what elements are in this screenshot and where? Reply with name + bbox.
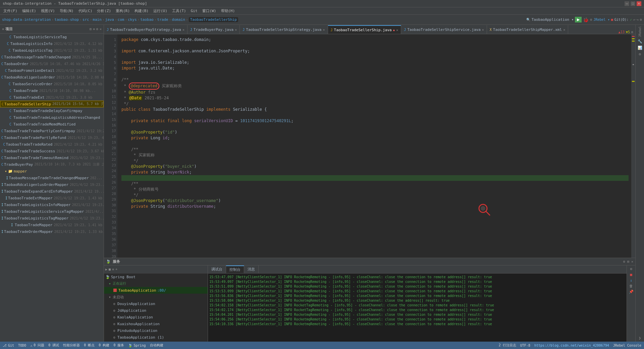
tree-item-ext-mapper[interactable]: I TaobaoTradeExtMapper 2021/4/12 19:23, … — [0, 195, 104, 201]
services-toolbar-icon[interactable]: ▶ — [105, 267, 107, 271]
breadcrumb-ckys[interactable]: ckys — [128, 17, 137, 22]
run-button[interactable]: ▶ — [575, 17, 582, 22]
tree-item-logistics-service-mapper[interactable]: I TaobaoTradeLogisticsServiceTagMapper 2… — [0, 208, 104, 215]
service-taobao-app[interactable]: TaobaoApplication :80/ — [104, 287, 208, 294]
status-events[interactable]: 0 调试 — [48, 343, 59, 348]
console-tab-debug[interactable]: 调试台 — [208, 265, 226, 273]
tree-item-partly-refund[interactable]: C TaobaoTradeTradePartlyRefund 2021/4/12… — [0, 134, 104, 141]
status-analysis[interactable]: 性能分析器 — [63, 343, 80, 348]
breadcrumb-taobao[interactable]: taobao — [140, 17, 154, 22]
menu-refactor[interactable]: 重构(R) — [114, 8, 132, 14]
tab-seller-ship-mapper-xml[interactable]: X TaobaoTradeSellerShipMapper.xml ✕ — [487, 25, 568, 34]
service-not-running-group[interactable]: ▾ 未启动 — [104, 294, 208, 300]
stop-button[interactable]: ■ — [611, 18, 613, 21]
breadcrumb-com[interactable]: com — [118, 17, 124, 22]
menu-help[interactable]: 帮助(H) — [219, 8, 237, 14]
app-selector[interactable]: TaobaoApplication ▾ — [532, 17, 574, 22]
redo-button[interactable]: ↪ — [637, 18, 639, 21]
console-stop-icon[interactable]: ■ — [630, 272, 632, 277]
tree-item-logistics-info[interactable]: C TaobaoLogisticsInfo 2021/4/12 19:23, 4… — [0, 40, 104, 47]
tab-seller-ship-strategy[interactable]: J TaobaoTradeSellerShipStrategy.java ✕ — [240, 25, 328, 34]
status-breakpoints[interactable]: 0 断点 — [84, 343, 95, 348]
tab-seller-ship-service[interactable]: J TaobaoTradeSellerShipService.java ✕ — [401, 25, 487, 34]
right-tool-3[interactable]: 📊 — [638, 46, 642, 50]
tree-item-trade[interactable]: C TaobaoTrade 2021/5/10 14:10, 88.98 kb.… — [0, 87, 104, 94]
tree-item-memo-modified[interactable]: C TaobaoTradeTradeMemdModified — [0, 121, 104, 128]
minimize-button[interactable]: ─ — [625, 1, 629, 6]
toolbar-search-icon[interactable]: 🔍 — [526, 18, 530, 21]
service-running-group[interactable]: ▾ 正在运行 — [104, 280, 208, 287]
tree-item-delay-confirm[interactable]: C TaobaoTradeTradeDelayConfirmpay — [0, 107, 104, 114]
status-jrebel[interactable]: JRebel Console — [613, 343, 641, 348]
menu-build[interactable]: 构建(B) — [132, 8, 151, 14]
tree-item-rdc-mapper[interactable]: I TaobaoRdcaligenlusOrderMapper 2021/4/1… — [0, 181, 104, 188]
right-tool-5[interactable]: ❯ — [639, 336, 641, 340]
panel-filter-icon[interactable]: ≡ — [93, 27, 95, 31]
debug-button[interactable]: 🐞 — [583, 17, 589, 22]
status-todo[interactable]: TODO — [18, 343, 26, 348]
tree-item-buyer-pay[interactable]: C TradeBuyerPay 2021/5/10 14:10, 7.3 kb … — [0, 161, 104, 168]
code-content[interactable]: package com.ckys.taobao.trade.domain; im… — [117, 34, 631, 258]
services-close-icon[interactable]: ✕ — [631, 260, 633, 263]
service-kuaishou[interactable]: ⚙ KuaishouApplication — [104, 320, 208, 327]
breadcrumb-trade[interactable]: trade — [157, 17, 168, 22]
right-tool-2[interactable]: 🔧 — [638, 39, 642, 44]
breadcrumb-main[interactable]: main — [93, 17, 102, 22]
menu-edit[interactable]: 编辑(E) — [20, 8, 38, 14]
tree-item-mapper-folder[interactable]: ▾ 📁 mapper — [0, 168, 104, 174]
breadcrumb-class[interactable]: TaobaoTradeSellerShip — [189, 17, 238, 22]
console-log-area[interactable]: 15:53:47.097 [NettyClientSelector_1] INF… — [208, 273, 627, 342]
console-tab-console[interactable]: 控制台 — [226, 265, 244, 273]
status-encoding[interactable]: UTF-8 — [520, 343, 530, 348]
menu-code[interactable]: 代码(C) — [76, 8, 95, 14]
settings-icon[interactable]: ⚙ — [640, 18, 642, 21]
tree-item-logistics-info-mapper[interactable]: I TaobaoTradeLogisticsInfoMapper 2021/4/… — [0, 201, 104, 208]
tree-item-trade-rated[interactable]: C TaobaoTradeTradeRated 2021/4/12 19:23,… — [0, 141, 104, 148]
close-button[interactable]: ✕ — [637, 1, 641, 6]
tree-item-logistics-tag-mapper[interactable]: I TaobaoTradeLogisticsTagMapper 2021/4/1… — [0, 215, 104, 221]
status-build[interactable]: 0 构建 — [99, 343, 109, 348]
breadcrumb-project[interactable]: shop-data-intergration — [2, 17, 51, 22]
tree-item-msg-mapper[interactable]: I TaobaoMessageTradeTradeChangedMapper 2… — [0, 174, 104, 181]
tree-item-msg-trade[interactable]: C TaobaoMessageTradeTradeChanged 2021/4/… — [0, 54, 104, 60]
tab-close-icon[interactable]: ✕ — [482, 28, 484, 32]
tree-item-seller-ship[interactable]: C TaobaoTradeSellerShip 2021/5/24 15:54,… — [0, 101, 104, 107]
tab-close-icon[interactable]: ✕ — [396, 28, 398, 32]
maximize-button[interactable]: □ — [631, 1, 635, 6]
panel-menu-icon[interactable]: ≡ — [2, 27, 4, 31]
tree-item-address-changed[interactable]: C TaobaoTradeTradeLogisticsAddressChange… — [0, 114, 104, 121]
services-add-icon[interactable]: + — [115, 267, 117, 271]
status-services[interactable]: 0 服务 — [113, 343, 124, 348]
service-jd[interactable]: ⚙ JdApplication — [104, 307, 208, 314]
tree-item-promo-detail[interactable]: C TaobaoPromotionDetail 2021/4/12 19:23,… — [0, 67, 104, 74]
tab-buyer-pay-strategy[interactable]: J TaobaoTradeBuyerPayStrategy.java ✕ — [104, 25, 187, 34]
menu-window[interactable]: 窗口(W) — [200, 8, 218, 14]
menu-run[interactable]: 运行(U) — [151, 8, 169, 14]
services-layout-icon[interactable]: ⊞ — [627, 260, 629, 263]
tab-close-icon[interactable]: ✕ — [182, 28, 184, 32]
services-settings-icon[interactable]: ⚙ — [623, 260, 625, 263]
service-pinduoduo[interactable]: ⚙ PindudoApplication — [104, 327, 208, 334]
tab-seller-ship-active[interactable]: J TaobaoTradeSellerShip.java ▲ ✕ — [328, 25, 401, 34]
console-tab-messages[interactable]: 消息 — [244, 265, 259, 273]
undo-button[interactable]: ↩ — [633, 18, 635, 21]
tab-settings-icon[interactable]: ⚙ — [631, 30, 633, 34]
tree-item-expand-mapper[interactable]: I TaobaoTradeExpandCardInfoMapper 2021/4… — [0, 188, 104, 195]
panel-close-icon[interactable]: ✕ — [100, 27, 102, 31]
panel-settings-icon[interactable]: ⚙ — [96, 27, 98, 31]
right-tool-1[interactable]: JRebel — [638, 26, 642, 37]
console-clear-icon[interactable]: 🗑 — [629, 284, 633, 288]
console-tool-icon-1[interactable]: ⚙ — [630, 267, 632, 271]
status-problems[interactable]: ⚠ 0 问题 — [30, 343, 44, 348]
menu-tools[interactable]: 工具(T) — [170, 8, 188, 14]
breadcrumb-domain[interactable]: domain — [172, 17, 185, 22]
service-taobao-app2[interactable]: ⚙ TaobaoApplication (1) — [104, 334, 208, 341]
service-kaola[interactable]: ⚙ KaolaApplication — [104, 314, 208, 320]
panel-sort-icon[interactable]: ⊞ — [90, 27, 92, 31]
tree-item-trade-success[interactable]: C TaobaoTradeTradeSuccess 2021/4/12 19:2… — [0, 148, 104, 154]
git-checkmark[interactable]: ✓ — [630, 18, 632, 21]
tree-item-logistics-tag[interactable]: C TaobaoLogisticsTag 2021/4/12 19:23, 1.… — [0, 47, 104, 54]
breadcrumb-src[interactable]: src — [83, 17, 89, 22]
tree-item-logistic-service[interactable]: C TaobaoLogisticServiceTag — [0, 34, 104, 40]
menu-view[interactable]: 视图(V) — [39, 8, 57, 14]
